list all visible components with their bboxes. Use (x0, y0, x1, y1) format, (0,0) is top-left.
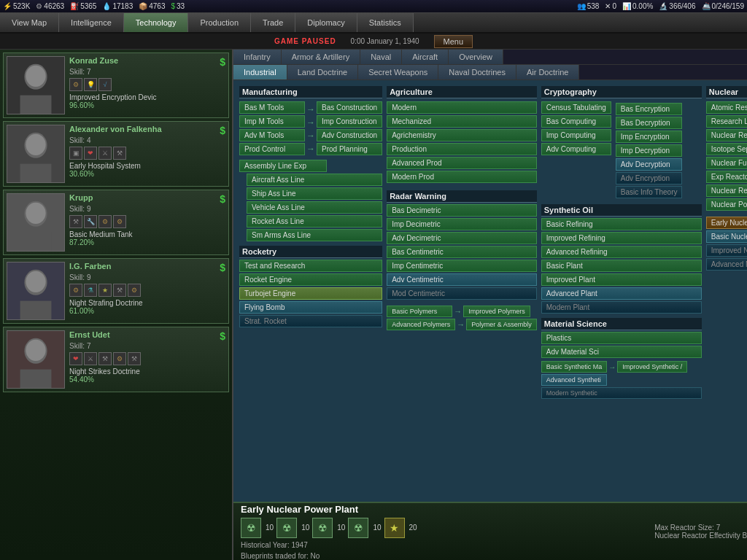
production-button[interactable]: Production (188, 13, 251, 32)
tab-overview[interactable]: Overview (449, 50, 503, 64)
tech-modern[interactable]: Modern (387, 101, 537, 114)
tab-secret-weapons[interactable]: Secret Weapons (358, 65, 438, 79)
tech-polymer-assembly[interactable]: Polymer & Assembly (466, 319, 537, 330)
menu-button[interactable]: Menu (434, 35, 473, 48)
tech-adv-encryption[interactable]: Adv Encryption (616, 172, 683, 184)
tech-bas-computing[interactable]: Bas Computing (541, 115, 611, 128)
tech-rocket-engine[interactable]: Rocket Engine (239, 273, 382, 286)
minister-skill: Skill: 7 (69, 342, 225, 350)
tech-test-research[interactable]: Test and Research (239, 260, 382, 272)
tech-vehicle-ass-line[interactable]: Vehicle Ass Line (247, 201, 382, 214)
tech-bas-m-tools[interactable]: Bas M Tools (239, 101, 305, 114)
tab-naval[interactable]: Naval (360, 50, 402, 64)
tech-basic-plant[interactable]: Basic Plant (541, 260, 702, 272)
tech-adv-decryption[interactable]: Adv Decryption (616, 158, 683, 171)
tech-bas-encryption[interactable]: Bas Encryption (616, 103, 683, 115)
technology-button[interactable]: Technology (124, 13, 189, 32)
tech-basic-nuclear-power[interactable]: Basic Nuclear Powe (706, 230, 747, 243)
tech-turbojet-engine[interactable]: Turbojet Engine (239, 287, 382, 300)
tech-adv-material-sci[interactable]: Adv Material Sci (541, 346, 702, 358)
tech-adv-centimetric[interactable]: Adv Centimetric (387, 273, 537, 286)
view-map-button[interactable]: View Map (0, 13, 59, 32)
supply-display: 📦 4763 (139, 2, 165, 10)
tech-improved-synthetic[interactable]: Improved Synthetic / (617, 361, 687, 373)
tech-tree-area: Manufacturing Bas M Tools Imp M Tools Ad… (233, 80, 747, 502)
tech-imp-m-tools[interactable]: Imp M Tools (239, 115, 305, 128)
tech-plastics[interactable]: Plastics (541, 332, 702, 344)
diplomacy-button[interactable]: Diplomacy (295, 13, 357, 32)
tech-basic-polymers[interactable]: Basic Polymers (387, 306, 452, 317)
main-area: Konrad Zuse$Skill: 7⚙💡√Improved Encrypti… (0, 50, 747, 560)
minister-dollar-icon: $ (220, 330, 225, 342)
tech-imp-decimetric[interactable]: Imp Decimetric (387, 218, 537, 230)
tech-imp-decryption[interactable]: Imp Decryption (616, 144, 683, 157)
tech-research-labs[interactable]: Research Labs (706, 115, 747, 128)
tech-improved-nuclear-p[interactable]: Improved Nuclear P (706, 244, 747, 257)
svg-point-15 (26, 271, 45, 292)
tech-improved-plant[interactable]: Improved Plant (541, 273, 702, 286)
tech-nuclear-power[interactable]: Nuclear Power (706, 198, 747, 211)
info-title: Early Nuclear Power Plant (241, 504, 417, 515)
tech-adv-m-tools[interactable]: Adv M Tools (239, 129, 305, 141)
tech-advanced-plant[interactable]: Advanced Plant (541, 287, 702, 300)
tech-advanced-prod[interactable]: Advanced Prod (387, 157, 537, 169)
tab-industrial[interactable]: Industrial (233, 65, 287, 79)
tech-production[interactable]: Production (387, 143, 537, 155)
tab-naval-doctrines[interactable]: Naval Doctrines (438, 65, 516, 79)
tech-mechanized[interactable]: Mechanized (387, 115, 537, 128)
tech-basic-synthetic-ma[interactable]: Basic Synthetic Ma (541, 361, 608, 373)
tech-imp-encryption[interactable]: Imp Encryption (616, 131, 683, 143)
money-display: 💧 17183 (102, 2, 133, 10)
tech-bas-decryption[interactable]: Bas Decryption (616, 117, 683, 129)
tech-bas-construction[interactable]: Bas Construction (317, 101, 382, 114)
tech-rocket-ass-line[interactable]: Rocket Ass Line (247, 215, 382, 228)
tech-prod-planning[interactable]: Prod Planning (317, 143, 382, 155)
tech-ship-ass-line[interactable]: Ship Ass Line (247, 187, 382, 200)
minister-photo (7, 330, 65, 389)
tab-land-doctrine[interactable]: Land Doctrine (287, 65, 359, 79)
tech-bas-decimetric[interactable]: Bas Decimetric (387, 204, 537, 217)
tech-prod-control[interactable]: Prod Control (239, 143, 305, 155)
tech-nuclear-fuel[interactable]: Nuclear Fuel (706, 157, 747, 169)
tech-basic-refining[interactable]: Basic Refining (541, 218, 702, 230)
tech-modern-prod[interactable]: Modern Prod (387, 171, 537, 183)
tab-air-doctrine[interactable]: Air Doctrine (516, 65, 579, 79)
tech-flying-bomb[interactable]: Flying Bomb (239, 301, 382, 314)
tech-aircraft-ass-line[interactable]: Aircraft Ass Line (247, 174, 382, 186)
tech-exp-reactor[interactable]: Exp Reactor (706, 171, 747, 183)
tech-sm-arms-ass-line[interactable]: Sm Arms Ass Line (247, 229, 382, 241)
tech-nuclear-research[interactable]: Nuclear Research (706, 129, 747, 141)
tech-adv-construction[interactable]: Adv Construction (317, 129, 382, 141)
tech-modern-synthetic[interactable]: Modern Synthetic (541, 387, 702, 399)
statistics-button[interactable]: Statistics (357, 13, 414, 32)
tech-improved-refining[interactable]: Improved Refining (541, 232, 702, 244)
tech-bas-centimetric[interactable]: Bas Centimetric (387, 246, 537, 258)
tech-nuclear-reactor[interactable]: Nuclear Reactor (706, 184, 747, 197)
tab-armor[interactable]: Armor & Artillery (282, 50, 360, 64)
tech-census-tabulating[interactable]: Census Tabulating (541, 101, 611, 114)
tech-adv-decimetric[interactable]: Adv Decimetric (387, 232, 537, 244)
tech-isotope-separation[interactable]: Isotope Separation (706, 143, 747, 155)
tech-advanced-polymers[interactable]: Advanced Polymers (387, 319, 455, 330)
tech-imp-centimetric[interactable]: Imp Centimetric (387, 260, 537, 272)
trade-button[interactable]: Trade (251, 13, 295, 32)
tech-strat-rocket[interactable]: Strat. Rocket (239, 315, 382, 327)
tech-advanced-synthetic[interactable]: Advanced Syntheti (541, 374, 607, 386)
tab-aircraft[interactable]: Aircraft (402, 50, 449, 64)
tech-agrichemistry[interactable]: Agrichemistry (387, 129, 537, 141)
tech-mod-centimetric[interactable]: Mod Centimetric (387, 287, 537, 300)
tech-advanced-nuclear-p[interactable]: Advanced Nuclear P (706, 258, 747, 271)
tech-early-nuclear-power[interactable]: Early Nuclear Power (706, 217, 747, 229)
tech-basic-info-theory[interactable]: Basic Info Theory (616, 186, 683, 198)
radar-title: Radar Warning (387, 190, 537, 203)
tech-imp-construction[interactable]: Imp Construction (317, 115, 382, 128)
tech-adv-computing[interactable]: Adv Computing (541, 143, 611, 155)
tech-modern-plant[interactable]: Modern Plant (541, 301, 702, 314)
tech-assembly-line-exp[interactable]: Assembly Line Exp (239, 160, 327, 172)
tech-advanced-refining[interactable]: Advanced Refining (541, 246, 702, 258)
tech-improved-polymers[interactable]: Improved Polymers (463, 306, 530, 317)
tab-infantry[interactable]: Infantry (233, 50, 282, 64)
tech-imp-computing[interactable]: Imp Computing (541, 129, 611, 141)
intelligence-button[interactable]: Intelligence (59, 13, 124, 32)
tech-atomic-research[interactable]: Atomic Research (706, 101, 747, 114)
